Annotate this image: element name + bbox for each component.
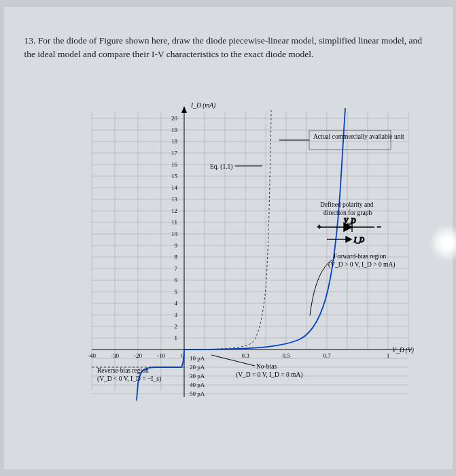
question-body: For the diode of Figure shown here, draw… — [24, 35, 423, 59]
svg-text:direction for graph: direction for graph — [323, 209, 372, 216]
svg-text:V_D: V_D — [344, 218, 356, 224]
y-tick-label: 17 — [171, 150, 178, 156]
y-tick-label: 5 — [174, 288, 177, 295]
y-tick-label: 20 pA — [190, 364, 205, 371]
eq-ref-label: Eq. (1.1) — [210, 163, 233, 171]
y-tick-label: 8 — [174, 254, 177, 260]
svg-marker-52 — [346, 237, 351, 242]
photo-glare-icon — [429, 224, 457, 262]
svg-text:(V_D > 0 V,  I_D > 0 mA): (V_D > 0 V, I_D > 0 mA) — [328, 261, 396, 269]
y-tick-label: 12 — [171, 207, 177, 214]
eq-curve — [184, 110, 271, 350]
x-tick-label: 0.3 — [241, 352, 249, 359]
y-tick-label: 14 — [171, 184, 178, 191]
svg-text:I_D: I_D — [353, 237, 364, 243]
svg-text:Defined polarity and: Defined polarity and — [320, 201, 374, 208]
document-page: 13. For the diode of Figure shown here, … — [4, 7, 453, 469]
y-tick-label: 6 — [174, 277, 177, 284]
y-tick-label: 50 pA — [190, 390, 205, 397]
axis-arrow-icon — [181, 106, 187, 113]
x-tick-label: -10 — [157, 352, 165, 359]
actual-unit-annotation: Actual commercially available unit — [279, 131, 404, 150]
question-text: 13. For the diode of Figure shown here, … — [24, 34, 432, 61]
chart-svg: 20 19 18 17 16 15 14 13 12 11 10 9 8 7 6… — [75, 98, 415, 407]
svg-text:Reverse-bias region: Reverse-bias region — [97, 367, 149, 374]
y-tick-label: 40 pA — [190, 381, 205, 388]
y-tick-label: 1 — [174, 335, 177, 341]
y-tick-label: 19 — [171, 126, 178, 133]
svg-text:(V_D < 0 V, I_D = −I_s): (V_D < 0 V, I_D = −I_s) — [97, 375, 161, 383]
reverse-bias-annotation: Reverse-bias region (V_D < 0 V, I_D = −I… — [97, 367, 161, 383]
y-tick-label: 2 — [174, 323, 177, 330]
x-tick-label: -20 — [134, 352, 142, 359]
svg-text:(V_D = 0 V, I_D = 0 mA): (V_D = 0 V, I_D = 0 mA) — [236, 371, 303, 379]
svg-text:Forward-bias region: Forward-bias region — [334, 253, 387, 260]
y-tick-label: 10 pA — [190, 355, 205, 362]
x-tick-label: -30 — [111, 352, 119, 359]
y-tick-label: 13 — [171, 196, 178, 203]
x-tick-label: 1 — [386, 352, 389, 359]
y-tick-label: 15 — [171, 173, 178, 180]
x-ticks: -40 -30 -20 -10 0 0.3 0.5 0.7 1 — [88, 352, 389, 359]
y-tick-label: 7 — [174, 265, 177, 272]
y-ticks-neg: 10 pA 20 pA 30 pA 40 pA 50 pA — [190, 355, 205, 397]
svg-text:No-bias: No-bias — [256, 363, 277, 370]
x-tick-label: 0.5 — [282, 352, 290, 359]
y-tick-label: 30 pA — [190, 373, 205, 379]
y-tick-label: 11 — [171, 219, 177, 226]
y-axis-label: I_D (mA) — [190, 102, 215, 109]
question-number: 13. — [24, 35, 36, 46]
svg-text:−: − — [377, 224, 381, 231]
x-axis-label: V_D (V) — [392, 347, 414, 354]
x-tick-label: 0.7 — [323, 352, 331, 359]
y-tick-label: 20 — [171, 115, 178, 122]
y-tick-label: 16 — [171, 161, 178, 168]
y-ticks-pos: 20 19 18 17 16 15 14 13 12 11 10 9 8 7 6… — [171, 115, 178, 341]
y-tick-label: 18 — [171, 138, 178, 145]
y-tick-label: 9 — [174, 242, 177, 249]
x-tick-label: -40 — [88, 352, 96, 359]
y-tick-label: 3 — [174, 311, 177, 318]
y-tick-label: 10 — [171, 231, 178, 237]
y-tick-label: 4 — [174, 300, 177, 307]
diode-iv-chart: 20 19 18 17 16 15 14 13 12 11 10 9 8 7 6… — [75, 98, 415, 407]
